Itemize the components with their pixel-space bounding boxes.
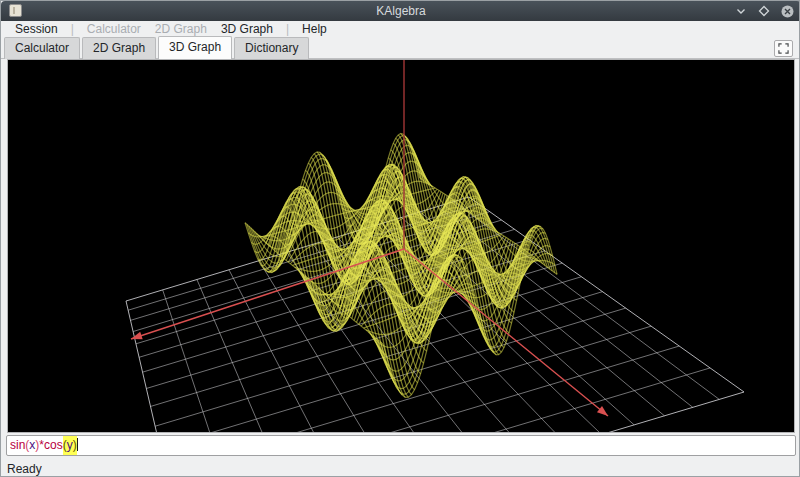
maximize-button[interactable] [756, 3, 772, 19]
menu-separator: | [65, 22, 80, 36]
minimize-button[interactable] [733, 3, 749, 19]
close-button[interactable] [779, 3, 795, 19]
tab-3d-graph[interactable]: 3D Graph [158, 36, 232, 59]
expression-input-row: sin(x)*cos(y) [1, 433, 800, 459]
tab-2d-graph[interactable]: 2D Graph [82, 37, 156, 59]
window-title: KAlgebra [1, 4, 800, 18]
plot-frame [7, 59, 795, 433]
status-text: Ready [7, 462, 42, 476]
circle-x-icon [780, 4, 795, 19]
menu-session[interactable]: Session [8, 21, 65, 37]
fullscreen-icon [778, 43, 789, 54]
diamond-icon [758, 5, 770, 17]
menu-2d-graph: 2D Graph [148, 21, 214, 37]
menubar: Session|Calculator2D Graph3D Graph|Help [1, 21, 800, 37]
plot-pane [1, 59, 800, 433]
expression-token: cos [44, 436, 63, 455]
tab-calculator[interactable]: Calculator [4, 37, 80, 59]
expression-token: sin [10, 436, 25, 455]
3d-plot-canvas[interactable] [8, 60, 794, 432]
tab-dictionary[interactable]: Dictionary [234, 37, 309, 59]
kalgebra-app-icon [9, 4, 22, 17]
chevron-down-icon [735, 5, 747, 17]
menu-3d-graph[interactable]: 3D Graph [214, 21, 280, 37]
menu-help[interactable]: Help [295, 21, 334, 37]
menu-calculator: Calculator [80, 21, 148, 37]
titlebar[interactable]: KAlgebra [1, 1, 800, 21]
fullscreen-button[interactable] [774, 40, 793, 57]
status-bar: Ready [1, 459, 800, 477]
window-buttons [733, 3, 795, 19]
expression-input[interactable]: sin(x)*cos(y) [6, 435, 796, 456]
tab-bar: Calculator2D Graph3D GraphDictionary [1, 37, 800, 59]
text-caret [77, 438, 78, 451]
menu-separator: | [280, 22, 295, 36]
